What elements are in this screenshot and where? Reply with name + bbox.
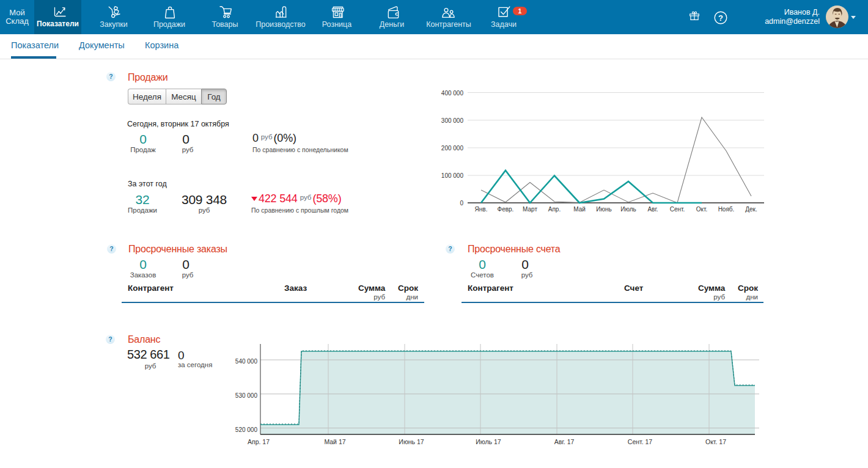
svg-text:?: ? <box>718 13 723 23</box>
svg-text:Окт. 17: Окт. 17 <box>705 438 726 445</box>
svg-text:200 000: 200 000 <box>441 145 464 152</box>
svg-text:Сент.: Сент. <box>670 206 685 213</box>
svg-text:Март: Март <box>523 206 537 213</box>
svg-text:Авг.: Авг. <box>647 206 658 213</box>
svg-text:Нояб.: Нояб. <box>718 206 735 213</box>
svg-text:0: 0 <box>460 200 463 207</box>
svg-text:Май: Май <box>573 206 586 213</box>
svg-text:400 000: 400 000 <box>441 90 464 97</box>
svg-text:100 000: 100 000 <box>441 172 464 179</box>
svg-text:Июнь 17: Июнь 17 <box>399 438 424 445</box>
svg-text:Февр.: Февр. <box>498 206 514 213</box>
svg-text:Апр. 17: Апр. 17 <box>248 438 270 445</box>
svg-text:Сент. 17: Сент. 17 <box>628 438 653 445</box>
svg-text:Июль 17: Июль 17 <box>476 438 501 445</box>
svg-text:300 000: 300 000 <box>441 117 464 124</box>
svg-text:Дек.: Дек. <box>745 206 757 213</box>
svg-text:530 000: 530 000 <box>235 392 258 399</box>
svg-text:Май 17: Май 17 <box>324 438 345 445</box>
svg-text:Янв.: Янв. <box>475 206 488 213</box>
svg-text:Апр.: Апр. <box>548 206 561 213</box>
svg-text:Июль: Июль <box>620 206 636 213</box>
svg-text:520 000: 520 000 <box>235 426 258 433</box>
svg-text:540 000: 540 000 <box>235 358 258 365</box>
svg-text:Окт.: Окт. <box>696 206 708 213</box>
svg-text:Авг. 17: Авг. 17 <box>554 438 575 445</box>
svg-text:Июнь: Июнь <box>596 206 611 213</box>
